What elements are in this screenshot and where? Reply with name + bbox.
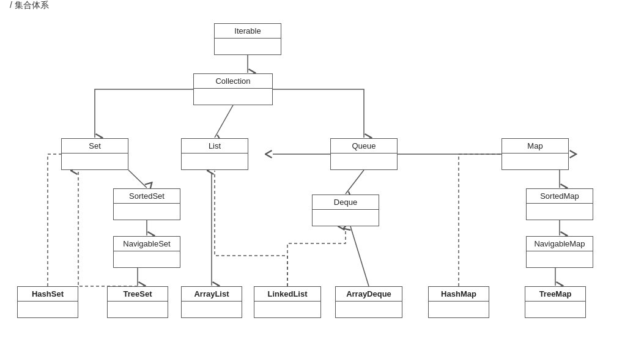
svg-line-6 [346, 170, 364, 194]
node-queue-label: Queue [331, 139, 397, 154]
node-queue: Queue [330, 138, 398, 170]
node-hashmap: HashMap [428, 286, 489, 318]
node-iterable-label: Iterable [215, 24, 281, 39]
node-sortedset: SortedSet [113, 188, 180, 220]
node-deque-label: Deque [313, 195, 379, 210]
svg-line-2 [128, 170, 147, 188]
node-treemap-label: TreeMap [525, 287, 585, 302]
node-navigablemap: NavigableMap [526, 236, 593, 268]
node-list: List [181, 138, 248, 170]
node-sortedmap: SortedMap [526, 188, 593, 220]
node-linkedlist: LinkedList [254, 286, 321, 318]
node-set-label: Set [62, 139, 128, 154]
node-hashset-label: HashSet [18, 287, 78, 302]
node-list-label: List [182, 139, 248, 154]
node-deque: Deque [312, 194, 379, 226]
node-treeset-label: TreeSet [108, 287, 168, 302]
node-navigableset-label: NavigableSet [114, 237, 180, 251]
node-iterable: Iterable [214, 23, 281, 55]
node-arraydeque: ArrayDeque [335, 286, 402, 318]
node-map: Map [502, 138, 569, 170]
node-linkedlist-label: LinkedList [254, 287, 320, 302]
node-navigableset: NavigableSet [113, 236, 180, 268]
node-arraylist-label: ArrayList [182, 287, 242, 302]
node-sortedset-label: SortedSet [114, 189, 180, 204]
node-navigablemap-label: NavigableMap [527, 237, 593, 251]
node-collection: Collection [193, 73, 273, 105]
node-arraylist: ArrayList [181, 286, 242, 318]
node-treemap: TreeMap [525, 286, 586, 318]
node-set: Set [61, 138, 128, 170]
svg-line-10 [350, 226, 369, 286]
node-arraydeque-label: ArrayDeque [336, 287, 402, 302]
header: / 集合体系 [0, 0, 644, 11]
node-collection-label: Collection [194, 74, 272, 89]
node-hashset: HashSet [17, 286, 78, 318]
diagram: Iterable Collection Set List Queue Map S… [0, 11, 644, 323]
node-hashmap-label: HashMap [429, 287, 489, 302]
node-treeset: TreeSet [107, 286, 168, 318]
node-map-label: Map [502, 139, 568, 154]
node-sortedmap-label: SortedMap [527, 189, 593, 204]
svg-line-1 [215, 105, 233, 138]
